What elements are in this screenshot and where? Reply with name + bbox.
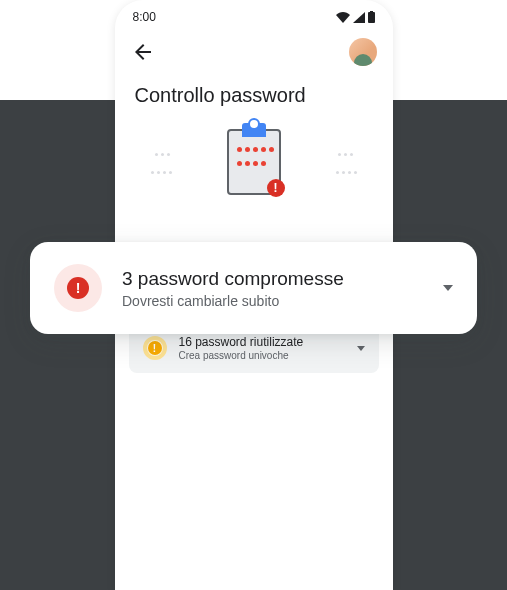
battery-icon	[368, 11, 375, 23]
avatar[interactable]	[349, 38, 377, 66]
compromised-passwords-card[interactable]: 3 password compromesse Dovresti cambiarl…	[30, 242, 477, 334]
illustration: !	[115, 123, 393, 213]
back-button[interactable]	[131, 40, 155, 64]
reused-subtitle: Crea password univoche	[179, 350, 345, 361]
status-time: 8:00	[133, 10, 156, 24]
alert-icon: !	[267, 179, 285, 197]
svg-rect-1	[370, 11, 373, 13]
chevron-down-icon	[443, 285, 453, 291]
danger-icon	[54, 264, 102, 312]
page-title: Controllo password	[115, 76, 393, 123]
clipboard-icon: !	[227, 129, 281, 195]
compromised-subtitle: Dovresti cambiarle subito	[122, 293, 423, 309]
wifi-icon	[336, 12, 350, 23]
chevron-down-icon	[357, 346, 365, 351]
status-icons	[336, 11, 375, 23]
svg-rect-0	[368, 12, 375, 23]
status-bar: 8:00	[115, 0, 393, 28]
signal-icon	[353, 12, 365, 23]
app-bar	[115, 28, 393, 76]
reused-title: 16 password riutilizzate	[179, 335, 345, 349]
compromised-title: 3 password compromesse	[122, 268, 423, 290]
warning-icon	[143, 336, 167, 360]
